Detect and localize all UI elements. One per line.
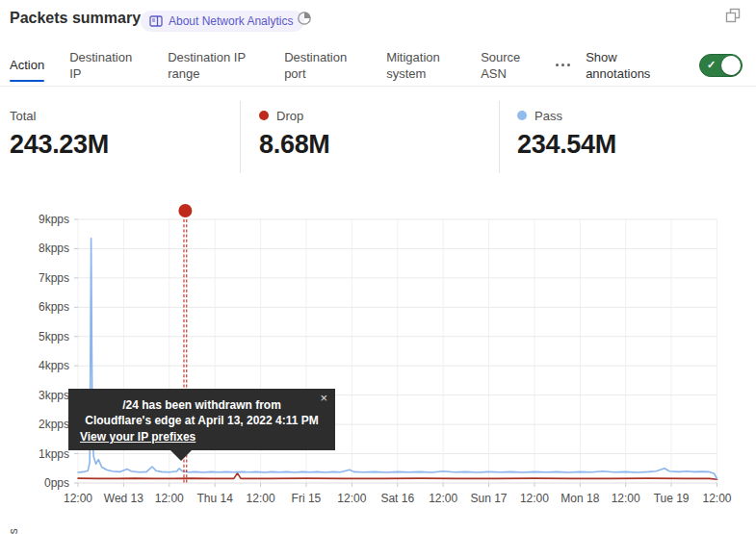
stat-pass-value: 234.54M <box>517 130 756 160</box>
y-axis-tick-label: 0pps <box>0 476 69 490</box>
active-tab-underline <box>10 80 44 82</box>
y-axis-tick-label: 8kpps <box>0 242 69 255</box>
packets-summary-card: Packets summary About Network Analytics <box>0 0 756 534</box>
tooltip-close-icon[interactable]: × <box>320 392 327 404</box>
stat-total: Total 243.23M <box>0 101 240 173</box>
y-axis-tick-label: 9kpps <box>0 213 69 226</box>
y-axis-title: Packets <box>7 528 20 534</box>
dimension-tabs: Action Destination IP Destination IP ran… <box>0 44 756 87</box>
y-axis-tick-label: 7kpps <box>0 271 69 285</box>
y-axis-tick-label: 3kpps <box>0 389 69 402</box>
y-axis-tick-label: 1kpps <box>0 447 69 461</box>
stat-drop-value: 8.68M <box>259 130 499 160</box>
show-annotations-toggle[interactable]: ✓ <box>699 54 743 77</box>
x-axis-tick-label: 12:00 <box>689 492 746 505</box>
chart-canvas <box>0 192 756 534</box>
drop-legend-dot <box>259 111 269 120</box>
tab-source-asn[interactable]: Source ASN <box>481 49 531 82</box>
stat-drop: Drop 8.68M <box>240 101 499 173</box>
toggle-knob <box>721 56 741 75</box>
stat-pass: Pass 234.54M <box>499 101 756 173</box>
pie-chart-icon[interactable] <box>297 11 312 26</box>
stats-row: Total 243.23M Drop 8.68M Pass 234.54M <box>0 101 756 173</box>
tooltip-text-line1: /24 has been withdrawn from <box>80 397 324 413</box>
stat-total-label: Total <box>10 109 36 123</box>
y-axis-tick-label: 2kpps <box>0 418 69 431</box>
annotation-tooltip: /24 has been withdrawn from Cloudflare's… <box>68 389 335 450</box>
y-axis-tick-label: 4kpps <box>0 359 69 372</box>
tooltip-pointer <box>170 450 192 461</box>
about-network-analytics-badge[interactable]: About Network Analytics <box>141 11 304 32</box>
popout-icon[interactable] <box>725 8 741 23</box>
pass-legend-dot <box>517 111 527 120</box>
show-annotations-label: Show annotations <box>586 49 666 82</box>
stat-pass-label: Pass <box>534 109 562 123</box>
view-ip-prefixes-link[interactable]: View your IP prefixes <box>80 429 196 445</box>
tab-destination-port[interactable]: Destination port <box>284 49 361 82</box>
tab-destination-ip-range[interactable]: Destination IP range <box>168 49 259 82</box>
page-title: Packets summary <box>10 10 141 27</box>
packets-time-series-chart[interactable]: Packets Time (local) 9kpps8kpps7kpps6kpp… <box>0 192 756 534</box>
tab-mitigation-system[interactable]: Mitigation system <box>386 49 456 82</box>
stat-drop-label: Drop <box>276 109 303 123</box>
y-axis-tick-label: 5kpps <box>0 330 69 343</box>
tab-action[interactable]: Action <box>10 57 44 73</box>
book-icon <box>149 15 163 27</box>
more-tabs-icon[interactable] <box>556 64 570 66</box>
tooltip-text-line2: Cloudflare's edge at April 13, 2022 4:11… <box>80 413 324 428</box>
tab-destination-ip[interactable]: Destination IP <box>69 49 143 82</box>
stat-total-value: 243.23M <box>10 130 240 160</box>
y-axis-tick-label: 6kpps <box>0 300 69 314</box>
check-icon: ✓ <box>707 59 716 71</box>
card-header: Packets summary About Network Analytics <box>0 8 756 37</box>
badge-label: About Network Analytics <box>169 14 293 28</box>
